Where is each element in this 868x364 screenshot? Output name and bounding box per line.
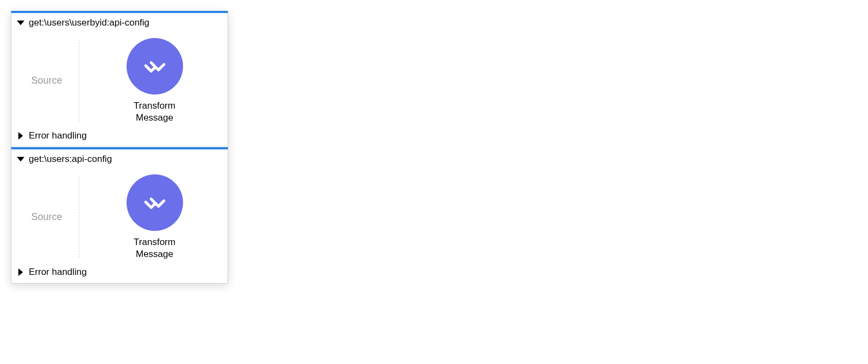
flow-header-toggle[interactable]: get:\users:api-config bbox=[11, 149, 228, 168]
flow-panel: get:\users\userbyid:api-config Source Tr… bbox=[11, 11, 228, 147]
svg-marker-3 bbox=[18, 268, 23, 276]
dataweave-icon bbox=[127, 38, 183, 95]
flow-panel: get:\users:api-config Source Transform M… bbox=[11, 147, 228, 284]
flow-title: get:\users:api-config bbox=[29, 154, 112, 165]
source-label: Source bbox=[31, 75, 62, 86]
chevron-right-icon bbox=[17, 132, 24, 140]
chevron-right-icon bbox=[17, 268, 24, 276]
dataweave-icon bbox=[127, 174, 183, 231]
flow-body: Source Transform Message bbox=[11, 168, 228, 262]
flow-panel-stack: get:\users\userbyid:api-config Source Tr… bbox=[11, 11, 228, 284]
svg-marker-2 bbox=[17, 157, 24, 161]
source-divider bbox=[79, 40, 79, 121]
source-label: Source bbox=[31, 211, 62, 223]
flow-source-slot[interactable]: Source bbox=[17, 173, 77, 260]
svg-marker-1 bbox=[18, 132, 23, 140]
flow-source-slot[interactable]: Source bbox=[17, 37, 77, 124]
source-divider bbox=[79, 176, 79, 258]
component-label: Transform Message bbox=[134, 100, 175, 124]
transform-message-component[interactable]: Transform Message bbox=[87, 173, 222, 260]
component-label: Transform Message bbox=[134, 236, 175, 260]
flow-title: get:\users\userbyid:api-config bbox=[29, 17, 149, 28]
error-handling-toggle[interactable]: Error handling bbox=[11, 262, 228, 283]
flow-body: Source Transform Message bbox=[11, 32, 228, 126]
svg-marker-0 bbox=[17, 21, 24, 25]
flow-header-toggle[interactable]: get:\users\userbyid:api-config bbox=[11, 13, 228, 32]
transform-message-component[interactable]: Transform Message bbox=[87, 37, 222, 124]
chevron-down-icon bbox=[17, 155, 24, 163]
error-handling-label: Error handling bbox=[29, 130, 87, 141]
error-handling-label: Error handling bbox=[29, 267, 87, 278]
chevron-down-icon bbox=[17, 19, 24, 27]
error-handling-toggle[interactable]: Error handling bbox=[11, 126, 228, 147]
